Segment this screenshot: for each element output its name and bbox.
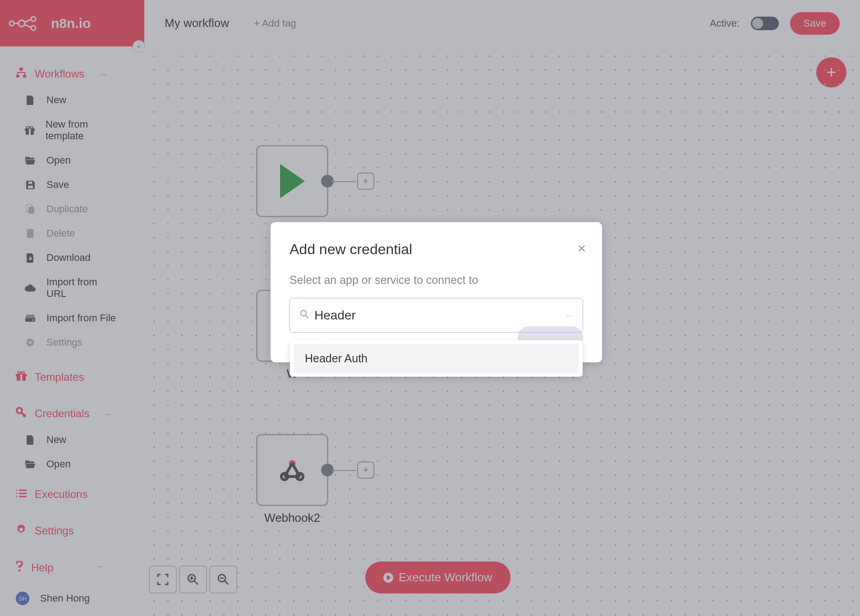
- modal-title: Add new credential: [290, 241, 583, 258]
- search-icon: [300, 310, 309, 321]
- credential-search-input[interactable]: [314, 308, 566, 323]
- dropdown-item-header-auth[interactable]: Header Auth: [294, 344, 579, 373]
- add-credential-modal: ✕ Add new credential Select an app or se…: [271, 222, 602, 362]
- close-icon[interactable]: ✕: [577, 242, 586, 255]
- modal-subtitle: Select an app or service to connect to: [290, 274, 583, 287]
- svg-point-39: [301, 310, 306, 316]
- credential-dropdown: Header Auth: [290, 340, 583, 377]
- credential-search-wrap[interactable]: ︿ Header Auth: [290, 298, 583, 333]
- chevron-up-icon[interactable]: ︿: [566, 311, 573, 319]
